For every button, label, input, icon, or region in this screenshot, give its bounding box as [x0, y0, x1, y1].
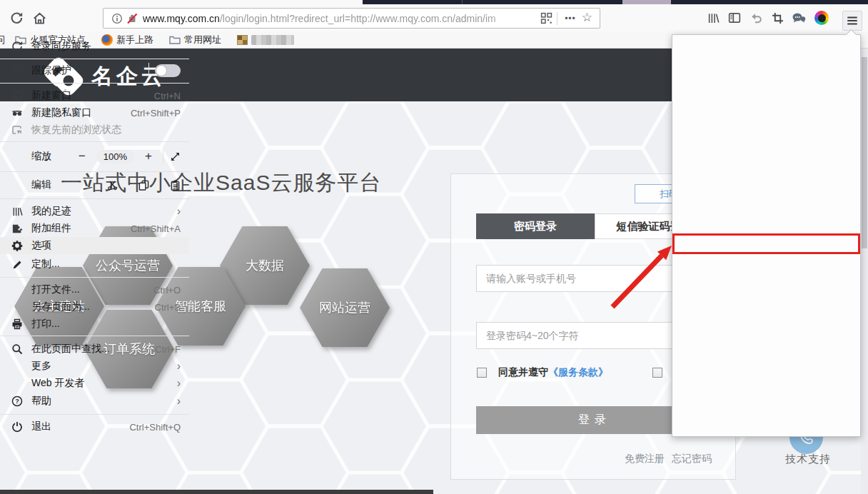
url-path: /login/login.html?redirect_url=http://ww… [220, 13, 496, 24]
edit-spacer [11, 179, 23, 191]
library-button[interactable] [704, 9, 722, 27]
fullscreen-button[interactable] [170, 151, 181, 162]
hamburger-icon [846, 14, 859, 27]
menu-item-save-page[interactable]: 另存页面为... Ctrl+S [0, 298, 189, 316]
no-icon [11, 361, 23, 372]
menu-separator [0, 414, 189, 415]
undo-button[interactable] [747, 9, 765, 27]
search-icon [11, 343, 23, 355]
menu-separator [0, 83, 189, 84]
printer-icon [11, 318, 23, 330]
bookmark-favicon [237, 35, 248, 45]
bookmark-star-icon[interactable]: ☆ [579, 10, 595, 26]
browser-toolbar: www.mqy.com.cn/login/login.html?redirect… [0, 4, 868, 31]
annotation-highlight-box [672, 233, 860, 254]
puzzle-icon [11, 223, 23, 234]
zoom-in-button[interactable]: + [141, 149, 156, 163]
zoom-out-button[interactable]: − [74, 149, 90, 163]
menu-item-restore-session[interactable]: 恢复先前的浏览状态 [0, 121, 189, 138]
menu-item-tracking-protection[interactable]: 跟踪保护 [0, 61, 189, 80]
tracking-protection-toggle[interactable] [155, 64, 181, 77]
menu-separator [0, 59, 189, 59]
url-bar[interactable]: www.mqy.com.cn/login/login.html?redirect… [103, 8, 600, 29]
lens-extension-button[interactable] [812, 9, 831, 27]
menu-item-web-developer[interactable]: Web 开发者 › [0, 375, 189, 392]
zoom-spacer [11, 151, 23, 162]
agree-terms-checkbox[interactable] [477, 368, 487, 378]
urlbar-separator [557, 12, 557, 25]
hexagon-site-operation: 网站运营 [300, 268, 390, 348]
menu-item-print[interactable]: 打印... [0, 316, 189, 333]
bookmark-item-blurred[interactable] [237, 35, 294, 45]
customize-brush-icon [11, 258, 23, 270]
paste-button[interactable] [170, 180, 181, 191]
chat-extension-button[interactable] [789, 9, 808, 27]
undo-arrow-icon [750, 11, 762, 24]
power-icon [11, 421, 23, 433]
menu-item-open-file[interactable]: 打开文件... Ctrl+O [0, 281, 189, 298]
menu-item-find[interactable]: 在此页面中查找... Ctrl+F [0, 341, 189, 358]
menu-divider [148, 63, 149, 79]
menu-separator [0, 198, 189, 199]
sync-icon [11, 41, 23, 52]
menu-item-sync[interactable]: 登录同步服务 [0, 37, 189, 56]
submenu-chevron-icon: › [177, 395, 181, 407]
submenu-chevron-icon: › [177, 378, 181, 389]
reload-button[interactable] [7, 9, 26, 27]
forgot-password-link[interactable]: 忘记密码 [672, 453, 712, 465]
scrollbar-thumb[interactable] [862, 57, 867, 248]
home-button[interactable] [30, 9, 49, 27]
menu-separator [0, 336, 189, 336]
sidebar-button[interactable] [725, 9, 744, 27]
screen: www.mqy.com.cn/login/login.html?redirect… [0, 0, 868, 494]
tab-password-login[interactable]: 密码登录 [476, 213, 595, 239]
qr-code-icon[interactable] [540, 12, 552, 24]
menu-divider [163, 149, 163, 163]
svg-text:?: ? [15, 398, 19, 405]
submenu-chevron-icon: › [177, 361, 181, 372]
menu-item-new-private-window[interactable]: 新建隐私窗口 Ctrl+Shift+P [0, 104, 189, 121]
plugin-blocked-icon[interactable] [126, 13, 138, 24]
url-domain: www.mqy.com.cn [143, 13, 220, 24]
menu-item-new-window[interactable]: 新建窗口 Ctrl+N [0, 87, 189, 104]
terms-link[interactable]: 《服务条款》 [548, 366, 608, 378]
menu-zoom-row: 缩放 − 100% + [0, 146, 189, 166]
menu-item-options[interactable]: 选项 [0, 237, 189, 254]
agree-terms-label: 同意并遵守《服务条款》 [498, 366, 608, 379]
menu-button[interactable] [842, 11, 862, 31]
gear-icon [11, 240, 23, 251]
menu-item-quit[interactable]: 退出 Ctrl+Shift+Q [0, 418, 189, 435]
menu-item-library[interactable]: 我的足迹 › [0, 203, 189, 220]
home-icon [33, 11, 46, 25]
zoom-level-value[interactable]: 100% [96, 150, 134, 163]
library-icon [707, 12, 720, 24]
sidebar-icon [728, 11, 741, 24]
help-icon: ? [11, 395, 23, 407]
free-register-link[interactable]: 免费注册 [625, 453, 665, 465]
scrollbar[interactable] [861, 49, 868, 494]
submenu-chevron-icon: › [177, 206, 181, 217]
cut-button[interactable] [107, 180, 118, 191]
blurred-bookmark-name [251, 35, 294, 45]
privacy-mask-icon [11, 107, 23, 119]
menu-item-customize[interactable]: 定制... [0, 255, 189, 273]
new-window-icon [11, 90, 23, 101]
no-icon [11, 301, 23, 313]
menu-item-help[interactable]: ? 帮助 › [0, 392, 189, 410]
crop-icon [772, 12, 784, 24]
menu-item-more[interactable]: 更多 › [0, 358, 189, 375]
url-text: www.mqy.com.cn/login/login.html?redirect… [143, 13, 540, 24]
library-icon [11, 206, 23, 217]
page-info-icon[interactable] [111, 13, 123, 24]
camera-lens-icon [814, 11, 829, 25]
page-actions-button[interactable]: ••• [562, 14, 579, 24]
crop-button[interactable] [768, 9, 787, 27]
toggle-knob [156, 65, 167, 76]
page-bottom-strip [0, 490, 433, 494]
auto-login-checkbox[interactable] [652, 368, 662, 378]
menu-item-addons[interactable]: 附加组件 Ctrl+Shift+A [0, 220, 189, 237]
chat-bubbles-icon [792, 11, 806, 24]
copy-button[interactable] [138, 180, 149, 191]
no-icon [11, 284, 23, 296]
menu-separator [0, 277, 189, 278]
